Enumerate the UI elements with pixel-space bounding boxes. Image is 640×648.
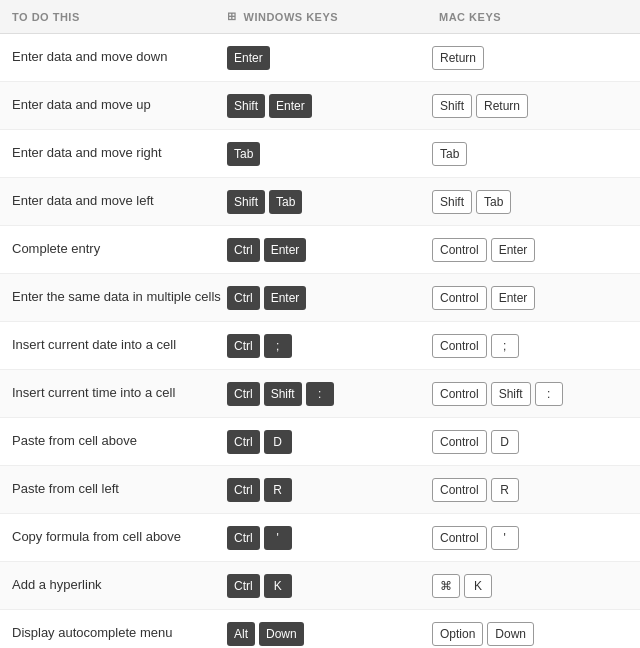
key-badge: Tab — [432, 142, 467, 166]
key-badge: Ctrl — [227, 574, 260, 598]
key-badge: R — [491, 478, 519, 502]
action-label: Paste from cell left — [12, 480, 227, 498]
mac-keys: ShiftTab — [432, 190, 640, 214]
key-badge: K — [464, 574, 492, 598]
action-label: Enter data and move left — [12, 192, 227, 210]
key-badge: Control — [432, 430, 487, 454]
windows-keys: Ctrl' — [227, 526, 432, 550]
windows-keys: ShiftTab — [227, 190, 432, 214]
key-badge: Shift — [491, 382, 531, 406]
mac-keys: ControlEnter — [432, 286, 640, 310]
key-badge: Shift — [432, 190, 472, 214]
key-badge: Tab — [476, 190, 511, 214]
table-row: Enter the same data in multiple cellsCtr… — [0, 274, 640, 322]
key-badge: Enter — [264, 238, 307, 262]
table-row: Insert current time into a cellCtrlShift… — [0, 370, 640, 418]
key-badge: Tab — [227, 142, 260, 166]
table-row: Enter data and move rightTabTab — [0, 130, 640, 178]
windows-keys: AltDown — [227, 622, 432, 646]
key-badge: Enter — [491, 238, 536, 262]
key-badge: Return — [432, 46, 484, 70]
action-label: Enter data and move right — [12, 144, 227, 162]
key-badge: Return — [476, 94, 528, 118]
key-badge: Ctrl — [227, 238, 260, 262]
windows-icon: ⊞ — [227, 10, 237, 23]
windows-keys: Tab — [227, 142, 432, 166]
action-label: Insert current time into a cell — [12, 384, 227, 402]
shortcuts-table: TO DO THIS ⊞ WINDOWS KEYS MAC KEYS Enter… — [0, 0, 640, 648]
key-badge: Alt — [227, 622, 255, 646]
key-badge: Tab — [269, 190, 302, 214]
table-row: Complete entryCtrlEnterControlEnter — [0, 226, 640, 274]
windows-keys: CtrlR — [227, 478, 432, 502]
table-row: Enter data and move leftShiftTabShiftTab — [0, 178, 640, 226]
key-badge: D — [491, 430, 519, 454]
mac-keys: ControlShift: — [432, 382, 640, 406]
action-label: Enter the same data in multiple cells — [12, 288, 227, 306]
key-badge: ' — [491, 526, 519, 550]
header-mac: MAC KEYS — [432, 10, 640, 23]
table-body: Enter data and move downEnterReturnEnter… — [0, 34, 640, 648]
key-badge: Shift — [432, 94, 472, 118]
action-label: Enter data and move down — [12, 48, 227, 66]
key-badge: ' — [264, 526, 292, 550]
key-badge: Enter — [227, 46, 270, 70]
table-row: Paste from cell leftCtrlRControlR — [0, 466, 640, 514]
table-row: Add a hyperlinkCtrlK⌘K — [0, 562, 640, 610]
mac-keys: OptionDown — [432, 622, 640, 646]
key-badge: Ctrl — [227, 334, 260, 358]
header-action: TO DO THIS — [12, 10, 227, 23]
key-badge: Shift — [264, 382, 302, 406]
windows-keys: CtrlD — [227, 430, 432, 454]
windows-keys: ShiftEnter — [227, 94, 432, 118]
mac-keys: Control; — [432, 334, 640, 358]
key-badge: R — [264, 478, 292, 502]
table-row: Enter data and move downEnterReturn — [0, 34, 640, 82]
windows-keys: CtrlShift: — [227, 382, 432, 406]
table-row: Enter data and move upShiftEnterShiftRet… — [0, 82, 640, 130]
windows-keys: Enter — [227, 46, 432, 70]
action-label: Add a hyperlink — [12, 576, 227, 594]
key-badge: Control — [432, 238, 487, 262]
header-windows: ⊞ WINDOWS KEYS — [227, 10, 432, 23]
mac-keys: ControlD — [432, 430, 640, 454]
key-badge: : — [535, 382, 563, 406]
windows-keys: CtrlEnter — [227, 238, 432, 262]
key-badge: Control — [432, 334, 487, 358]
key-badge: Shift — [227, 190, 265, 214]
key-badge: ; — [491, 334, 519, 358]
key-badge: Control — [432, 478, 487, 502]
action-label: Insert current date into a cell — [12, 336, 227, 354]
mac-keys: Return — [432, 46, 640, 70]
key-badge: Down — [487, 622, 534, 646]
key-badge: Control — [432, 382, 487, 406]
action-label: Copy formula from cell above — [12, 528, 227, 546]
key-badge: Ctrl — [227, 286, 260, 310]
key-badge: Ctrl — [227, 382, 260, 406]
action-label: Paste from cell above — [12, 432, 227, 450]
mac-keys: ShiftReturn — [432, 94, 640, 118]
key-badge: Ctrl — [227, 430, 260, 454]
key-badge: Enter — [264, 286, 307, 310]
table-header: TO DO THIS ⊞ WINDOWS KEYS MAC KEYS — [0, 0, 640, 34]
action-label: Complete entry — [12, 240, 227, 258]
action-label: Enter data and move up — [12, 96, 227, 114]
table-row: Display autocomplete menuAltDownOptionDo… — [0, 610, 640, 648]
key-badge: ; — [264, 334, 292, 358]
key-badge: D — [264, 430, 292, 454]
mac-keys: ⌘K — [432, 574, 640, 598]
table-row: Insert current date into a cellCtrl;Cont… — [0, 322, 640, 370]
mac-keys: Tab — [432, 142, 640, 166]
key-badge: Ctrl — [227, 478, 260, 502]
key-badge: Enter — [491, 286, 536, 310]
windows-keys: CtrlK — [227, 574, 432, 598]
key-badge: : — [306, 382, 334, 406]
key-badge: ⌘ — [432, 574, 460, 598]
table-row: Copy formula from cell aboveCtrl'Control… — [0, 514, 640, 562]
mac-keys: Control' — [432, 526, 640, 550]
windows-keys: Ctrl; — [227, 334, 432, 358]
key-badge: Enter — [269, 94, 312, 118]
key-badge: Down — [259, 622, 304, 646]
key-badge: K — [264, 574, 292, 598]
key-badge: Control — [432, 526, 487, 550]
